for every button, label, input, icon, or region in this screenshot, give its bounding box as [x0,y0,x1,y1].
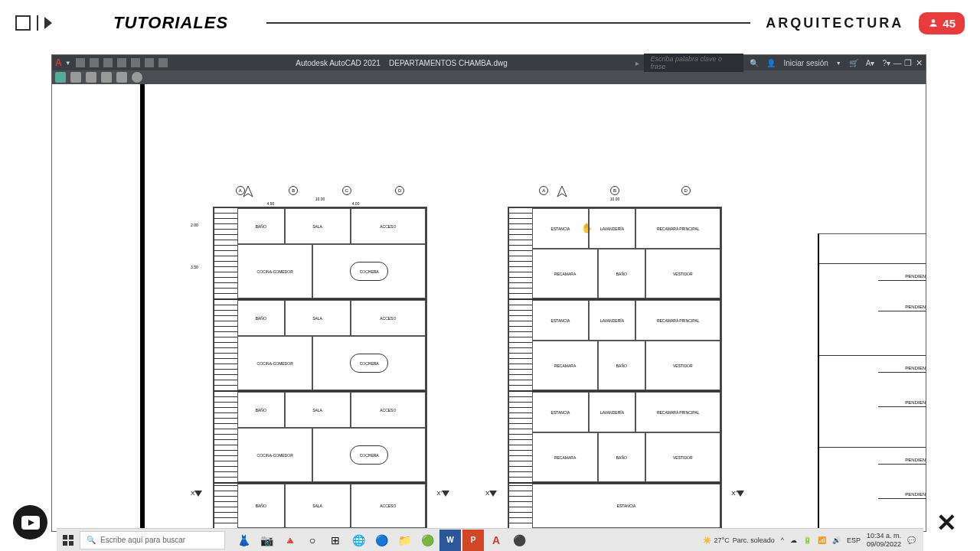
clock[interactable]: 10:34 a. m. 09/09/2022 [867,532,901,549]
zoom-prev-icon[interactable] [116,72,127,83]
play-icon[interactable]: ▸ [635,59,639,67]
weather-widget[interactable]: ☀️ 27°C Parc. soleado [703,536,775,544]
pan-icon[interactable] [70,72,81,83]
cortana-icon[interactable]: ○ [302,530,323,551]
svg-point-0 [932,19,936,23]
room-vestidor: VESTIDOR [645,249,720,298]
dim-total2: 10.00 [610,197,620,201]
open-icon[interactable] [90,58,99,67]
chrome-icon[interactable]: 🟢 [416,530,438,551]
autocad-logo-icon: A [55,57,62,68]
room-lavanderia: LAVANDERÍA [589,208,636,249]
search-placeholder: Escribe aquí para buscar [100,536,185,544]
unit-row: BAÑO SALA ACCESO COCINA-COMEDOR COCHERA [214,207,426,299]
close-button[interactable]: ✕ [915,59,923,67]
room-estancia: ESTANCIA [532,208,589,249]
volume-icon[interactable]: 🔊 [832,536,841,544]
minimize-button[interactable]: — [893,59,901,67]
drawing-canvas[interactable]: A B C D 10.00 4.90 4.00 BAÑO SALA ACCESO [52,84,926,531]
divider [37,15,38,31]
help-icon[interactable]: ?▾ [882,59,890,67]
app-pinned-3[interactable]: 🔺 [279,530,300,551]
explorer-icon[interactable]: 📁 [394,530,415,551]
app-pinned-2[interactable]: 📷 [256,530,277,551]
zoom-window-icon[interactable] [101,72,112,83]
lang-indicator[interactable]: ESP [847,536,861,544]
search-input[interactable]: Escriba palabra clave o frase [644,54,743,72]
search-icon: 🔍 [87,536,96,544]
room-cochera: COCHERA [312,336,426,390]
word-icon[interactable]: W [439,530,461,551]
room-cocina: COCINA-COMEDOR [237,336,312,390]
print-icon[interactable] [55,72,66,83]
section-x: X [191,490,202,497]
zoom-icon[interactable] [86,72,96,83]
user-icon[interactable]: 👤 [766,59,776,67]
dashboard-icon[interactable]: 🔵 [371,530,392,551]
room-cochera: COCHERA [312,428,426,482]
svg-rect-3 [63,541,67,546]
axis-c: C [342,186,351,195]
notifications-icon[interactable]: 💬 [907,536,916,544]
unit-row: BAÑO SALA ACCESO COCINA-COMEDOR COCHERA [214,299,426,391]
youtube-button[interactable] [13,505,47,540]
unit-row: BAÑO SALA ACCESO COCINA-COMEDOR COCHERA [214,391,426,483]
room-sala: SALA [285,300,351,336]
powerpoint-icon[interactable]: P [462,530,484,551]
autocad-taskbar-icon[interactable]: A [485,530,507,551]
wifi-icon[interactable]: 📶 [818,536,826,544]
room-bano2: BAÑO [598,341,645,390]
taskbar-search[interactable]: 🔍 Escribe aquí para buscar [80,531,225,549]
header-line [266,22,750,24]
svg-rect-2 [69,535,74,540]
room-estancia: ESTANCIA [532,392,589,432]
date: 09/09/2022 [867,540,901,549]
search-icon[interactable]: 🔍 [750,59,759,67]
login-button[interactable]: Iniciar sesión [783,59,828,67]
room-acceso: ACCESO [351,392,426,428]
new-icon[interactable] [76,58,85,67]
overlay-close-button[interactable]: ✕ [936,508,957,537]
room-recamara-p: RECAMARA PRINCIPAL [635,300,720,341]
app-icon[interactable]: A▾ [866,59,875,67]
app-pinned-1[interactable]: 👗 [233,530,254,551]
maximize-button[interactable]: ❐ [904,59,912,67]
room-cocina: COCINA-COMEDOR [237,244,312,298]
login-dropdown-icon[interactable]: ▼ [836,60,841,66]
room-bano: BAÑO [237,300,285,336]
titlebar-right: 🔍 👤 Iniciar sesión ▼ 🛒 A▾ ?▾ [750,59,890,67]
start-button[interactable] [57,529,80,552]
weather-desc: Parc. soleado [733,536,775,544]
autocad-view-toolbar [52,70,926,84]
dropdown-icon[interactable]: ▼ [65,60,71,67]
stairs [509,300,532,390]
floorplan-upper: A B D ✋ 10.00 ESTANCIA LAVANDERÍA RECAMA… [508,207,722,531]
room-acceso: ACCESO [351,484,426,528]
room-recamara: RECAMARA [532,432,598,482]
unit-row: ESTANCIA LAVANDERÍA RECAMARA PRINCIPAL R… [508,207,721,299]
cart-icon[interactable]: 🛒 [849,59,858,67]
app-name: Autodesk AutoCAD 2021 [296,59,381,67]
room-lavanderia: LAVANDERÍA [589,392,636,432]
room-cocina: COCINA-COMEDOR [237,428,312,482]
obs-icon[interactable]: ⚫ [508,530,530,551]
room-bano2: BAÑO [598,432,645,482]
undo-icon[interactable] [145,58,154,67]
redo-icon[interactable] [158,58,168,67]
saveas-icon[interactable] [117,58,126,67]
room-bano2: BAÑO [598,249,645,298]
save-icon[interactable] [103,58,113,67]
taskview-icon[interactable]: ⊞ [325,530,346,551]
axis-b: B [289,186,298,195]
close-preview-icon[interactable] [132,72,142,83]
stairs [214,392,237,482]
room-acceso: ACCESO [351,208,426,244]
battery-icon[interactable]: 🔋 [803,536,812,544]
onedrive-icon[interactable]: ☁ [790,536,797,544]
room-sala: SALA [285,392,351,428]
tray-chevron-icon[interactable]: ^ [781,536,784,544]
axis-b2: B [610,186,619,195]
plot-icon[interactable] [131,58,140,67]
edge-icon[interactable]: 🌐 [348,530,369,551]
axis-a2: A [539,186,548,195]
